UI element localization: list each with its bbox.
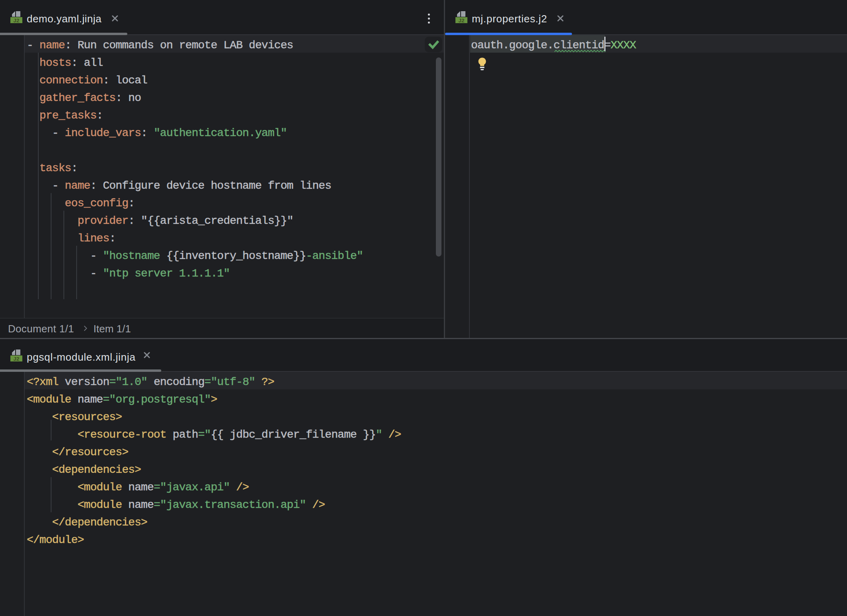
svg-text:J2: J2	[13, 18, 19, 24]
svg-text:J2: J2	[458, 18, 464, 24]
svg-text:J2: J2	[13, 356, 19, 362]
